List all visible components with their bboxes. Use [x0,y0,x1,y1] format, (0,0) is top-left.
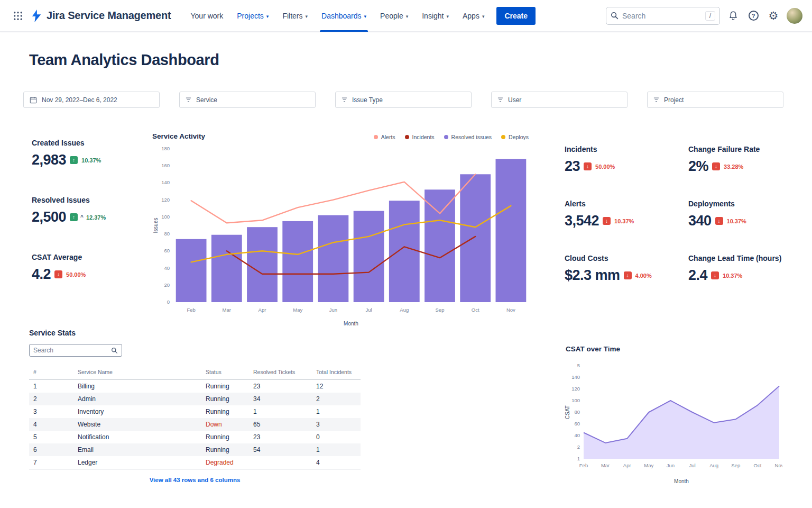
nav-item-insight[interactable]: Insight▾ [416,0,455,32]
kpi-change-failure-rate: Change Failure Rate2%↓33.28% [688,145,787,199]
cell: 65 [249,418,312,431]
kpi-value-row: 2%↓33.28% [688,158,787,175]
table-row[interactable]: 1BillingRunning2312 [29,380,361,393]
csat-chart-card: CSAT over Time 514012010080604021FebMarA… [565,345,786,486]
column-header-service-name: Service Name [73,366,201,380]
user-avatar[interactable] [787,8,802,24]
kpi-label: Alerts [565,199,688,208]
status-cell: Running [201,431,249,443]
cell: 5 [29,431,73,443]
kpi-grid-right: Incidents23↓50.00%Change Failure Rate2%↓… [565,145,787,309]
csat-over-time-chart: 514012010080604021FebMarAprMayJunJulAugS… [565,359,782,486]
svg-text:140: 140 [161,179,170,185]
column-header-total-incidents: Total Incidents [312,366,361,380]
svg-text:Sep: Sep [731,462,740,468]
table-row[interactable]: 3InventoryRunning11 [29,405,361,418]
nav-item-apps[interactable]: Apps▾ [457,0,490,32]
help-button[interactable]: ? [746,8,760,23]
status-cell: Running [201,393,249,405]
svg-text:Sep: Sep [436,307,445,313]
status-cell: Degraded [201,456,249,469]
svg-text:Apr: Apr [623,462,631,468]
filter-user[interactable]: User [491,92,628,108]
global-search[interactable]: / [606,7,720,25]
top-navbar: Jira Service Management Your workProject… [0,0,812,32]
nav-item-label: People [380,12,403,20]
service-stats-search[interactable] [29,344,122,357]
bell-icon [728,10,739,21]
kpi-label: Change Lead Time (hours) [688,254,787,262]
svg-text:Feb: Feb [579,462,588,468]
status-cell: Running [201,443,249,456]
cell: 1 [312,443,361,456]
service-activity-chart-card: Service Activity AlertsIncidentsResolved… [152,128,531,330]
filter-label: Issue Type [352,96,383,104]
svg-text:Jun: Jun [329,307,337,313]
nav-item-projects[interactable]: Projects▾ [231,0,274,32]
filter-service[interactable]: Service [179,92,316,108]
kpi-value: $2.3 mm [565,267,620,284]
svg-text:80: 80 [164,231,170,237]
kpi-value: 2,983 [32,152,66,168]
question-icon: ? [749,11,759,21]
kpi-value: 2% [688,158,708,175]
settings-button[interactable]: ⚙ [767,8,780,23]
table-row[interactable]: 5NotificationRunning230 [29,431,361,443]
kpi-deployments: Deployments340↓10.37% [688,199,787,254]
filter-issue-type[interactable]: Issue Type [335,92,472,108]
kpi-resolved-issues: Resolved Issues2,500↑^12.37% [32,196,145,225]
service-name-cell: Inventory [73,405,201,418]
table-header-row: #Service NameStatusResolved TicketsTotal… [29,366,361,380]
service-name-cell: Ledger [73,456,201,469]
svg-text:0: 0 [167,299,170,305]
legend-item-resolved-issues[interactable]: Resolved issues [444,134,492,140]
kpi-alerts: Alerts3,542↓10.37% [565,199,688,254]
nav-item-people[interactable]: People▾ [374,0,414,32]
nav-item-label: Your work [191,12,224,20]
nav-item-your-work[interactable]: Your work [185,0,229,32]
table-row[interactable]: 6EmailRunning541 [29,443,361,456]
service-stats-card: Service Stats #Service NameStatusResolve… [29,329,361,483]
service-activity-legend: AlertsIncidentsResolved issuesDeploys [374,134,531,140]
legend-item-alerts[interactable]: Alerts [374,134,395,140]
table-row[interactable]: 7LedgerDegraded4 [29,456,361,469]
chevron-down-icon: ▾ [306,14,308,19]
jira-logo[interactable]: Jira Service Management [31,9,171,23]
create-button[interactable]: Create [496,7,536,25]
service-stats-search-input[interactable] [33,347,108,354]
app-name: Jira Service Management [47,10,171,22]
svg-text:60: 60 [574,421,580,427]
svg-text:May: May [644,462,653,468]
primary-nav: Your workProjects▾Filters▾Dashboards▾Peo… [185,0,491,32]
kpi-label: Deployments [688,199,787,208]
arrow-up-badge: ↑ [70,156,78,164]
legend-item-deploys[interactable]: Deploys [501,134,529,140]
arrow-down-badge: ↓ [584,162,592,170]
kpi-value: 3,542 [565,213,599,229]
svg-text:1: 1 [577,456,580,461]
service-name-cell: Website [73,418,201,431]
chevron-down-icon: ▾ [482,14,485,19]
filter-nov-29-2022-dec-6-2022[interactable]: Nov 29, 2022–Dec 6, 2022 [23,92,160,108]
legend-item-incidents[interactable]: Incidents [405,134,435,140]
table-row[interactable]: 4WebsiteDown653 [29,418,361,431]
table-row[interactable]: 2AdminRunning342 [29,393,361,405]
nav-item-dashboards[interactable]: Dashboards▾ [316,0,372,32]
notifications-button[interactable] [726,8,740,23]
view-all-link[interactable]: View all 43 rows and 6 columns [29,477,361,483]
filter-project[interactable]: Project [647,92,783,108]
svg-text:Mar: Mar [223,307,231,313]
arrow-down-badge: ↓ [711,271,719,279]
kpi-value: 23 [565,158,580,175]
svg-text:Issues: Issues [153,218,159,233]
svg-text:CSAT: CSAT [565,405,570,419]
kpi-value-row: 3,542↓10.37% [565,213,688,229]
nav-item-filters[interactable]: Filters▾ [276,0,313,32]
svg-text:Jun: Jun [667,462,675,468]
search-input[interactable] [622,12,702,20]
app-switcher-icon[interactable] [10,7,26,25]
page-title: Team Analytics Dashboard [29,51,219,69]
kpi-cloud-costs: Cloud Costs$2.3 mm↓4.00% [565,254,688,309]
cell [249,456,312,469]
svg-text:Month: Month [344,321,358,326]
